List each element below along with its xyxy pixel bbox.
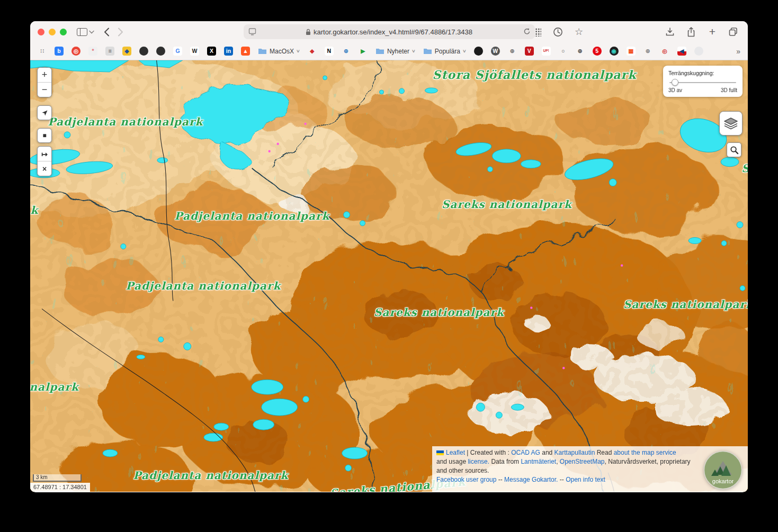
bookmark-folder-label: Nyheter — [387, 48, 409, 55]
globe-grid-icon[interactable]: ⊕ — [576, 47, 585, 56]
attribution-text: and usage — [436, 458, 468, 465]
globe-icon[interactable]: ⊕ — [508, 47, 517, 56]
forward-button[interactable] — [113, 25, 127, 39]
bookmarks-folder-macosx[interactable]: MacOsX∨ — [258, 48, 300, 55]
page-icon — [248, 28, 256, 37]
attribution-link[interactable]: Lantmäteriet — [521, 458, 556, 465]
bookmarks-bar: ∷b◎*≡◆GWXin▲MacOsX∨◆N⊕▶Nyheter∨Populära∨… — [30, 42, 748, 60]
wordpress-icon[interactable]: W — [491, 47, 500, 56]
location-arrow-icon — [41, 109, 49, 117]
back-button[interactable] — [100, 25, 113, 39]
map-search-button[interactable] — [727, 142, 741, 157]
bookmarks-overflow-chevron[interactable]: » — [736, 47, 740, 56]
close-control-button[interactable]: × — [38, 161, 51, 176]
attribution-link[interactable]: Leaflet — [446, 449, 465, 456]
url-bar[interactable]: kartor.gokartor.se/index_v4.html#9/67.48… — [244, 24, 535, 39]
attribution-link[interactable]: OpenStreetMap — [560, 458, 605, 465]
eye-app-icon[interactable]: ◉ — [610, 47, 619, 56]
password-app-icon[interactable]: ◆ — [122, 47, 131, 56]
search-bookmark-icon[interactable]: ○ — [559, 47, 568, 56]
up-icon[interactable]: UP! — [542, 47, 551, 56]
desktop-background: kartor.gokartor.se/index_v4.html#9/67.48… — [0, 0, 778, 532]
attribution-text: -- — [496, 476, 504, 483]
globe-icon[interactable]: ⊕ — [643, 47, 652, 56]
attribution-line: and usage license. Data from Lantmäterie… — [436, 457, 744, 466]
google-icon[interactable]: G — [173, 47, 182, 56]
x-icon[interactable]: X — [207, 47, 216, 56]
bookmark-star-icon[interactable]: ☆ — [572, 25, 586, 39]
attribution-text: Created with : — [470, 449, 511, 456]
slider-thumb[interactable] — [672, 79, 678, 86]
layers-button[interactable] — [719, 111, 743, 136]
expand-arrow-button[interactable]: ↦ — [38, 147, 51, 161]
bookmarks-folder-populara[interactable]: Populära∨ — [423, 48, 466, 55]
toolbar-right-group: ☆ + — [530, 24, 740, 39]
pan-close-control: ↦ × — [37, 146, 52, 176]
apps-grid-icon[interactable]: ∷ — [38, 47, 47, 56]
utility-app-icon[interactable]: ≡ — [105, 47, 114, 56]
new-tab-button[interactable]: + — [705, 24, 719, 39]
apple-icon[interactable] — [156, 47, 165, 56]
red-diamond-icon[interactable]: ◆ — [308, 47, 317, 56]
linkedin-icon[interactable]: in — [224, 47, 233, 56]
minimize-window-button[interactable] — [49, 29, 56, 35]
attribution-link[interactable]: OCAD AG — [511, 449, 540, 456]
attribution-link[interactable]: license. — [468, 458, 489, 465]
video-app-icon[interactable]: b — [55, 47, 64, 56]
url-text: kartor.gokartor.se/index_v4.html#9/67.48… — [314, 28, 472, 36]
ukraine-flag-icon — [436, 450, 444, 455]
lock-icon — [306, 29, 311, 35]
globe-icon[interactable]: ⊕ — [342, 47, 351, 56]
fullscreen-window-button[interactable] — [60, 29, 67, 35]
download-icon[interactable] — [663, 25, 677, 39]
tab-overview-icon[interactable] — [727, 25, 740, 39]
gokartor-logo[interactable]: gokartor — [703, 450, 743, 490]
tv-app-icon[interactable]: 5 — [593, 47, 602, 56]
flag-icon[interactable]: ◀ — [677, 47, 686, 56]
apple-icon[interactable] — [139, 47, 148, 56]
opera-icon[interactable]: ◎ — [660, 47, 669, 56]
play-icon[interactable]: ▶ — [359, 47, 368, 56]
bookmark-folder-label: Populära — [435, 48, 460, 55]
attribution-link[interactable]: Message Gokartor. — [504, 476, 558, 483]
gokartor-logo-text: gokartor — [712, 478, 734, 484]
zoom-in-button[interactable]: + — [38, 68, 51, 82]
v-app-icon[interactable]: V — [525, 47, 534, 56]
sidebar-toggle-button[interactable] — [75, 25, 89, 39]
office-app-icon[interactable]: ▦ — [627, 47, 636, 56]
cat-icon[interactable] — [474, 47, 483, 56]
search-icon — [730, 146, 739, 155]
zoom-out-button[interactable]: − — [38, 82, 51, 97]
bookmark-folder-label: MacOsX — [270, 48, 294, 55]
chevron-down-icon[interactable] — [89, 30, 96, 34]
attribution-link[interactable]: about the map service — [614, 449, 676, 456]
terrain-map-image[interactable] — [30, 60, 748, 492]
map-canvas[interactable]: Stora Sjöfallets nationalparkPadjelanta … — [30, 60, 748, 492]
attribution-link[interactable]: Open info text — [566, 476, 605, 483]
locate-button[interactable] — [37, 105, 52, 120]
reload-button[interactable] — [523, 28, 531, 35]
browser-app-icon[interactable]: ◎ — [71, 47, 81, 56]
stop-button[interactable]: ■ — [37, 128, 52, 143]
chevron-down-icon: ∨ — [412, 49, 416, 53]
photos-app-icon[interactable]: * — [88, 47, 97, 56]
close-window-button[interactable] — [38, 29, 44, 35]
scale-label: 3 km — [36, 474, 48, 480]
nzz-icon[interactable]: N — [325, 47, 334, 56]
bookmarks-folder-nyheter[interactable]: Nyheter∨ — [375, 48, 415, 55]
apple-icon[interactable] — [694, 47, 703, 56]
slider-track — [669, 82, 736, 83]
map-attribution: Leaflet | Created with : OCAD AG and Kar… — [432, 446, 748, 492]
attribution-link[interactable]: Karttapullautin — [555, 449, 595, 456]
bookmarks-items: ∷b◎*≡◆GWXin▲MacOsX∨◆N⊕▶Nyheter∨Populära∨… — [38, 47, 730, 56]
terrain-shading-slider[interactable] — [668, 79, 737, 86]
terrain-panel-title: Terrängskuggning: — [668, 70, 737, 76]
history-clock-icon[interactable] — [551, 25, 565, 39]
wikipedia-icon[interactable]: W — [190, 47, 199, 56]
attribution-link[interactable]: Facebook user group — [436, 476, 496, 483]
chevron-down-icon: ∨ — [462, 49, 467, 53]
news-app-icon[interactable]: ▲ — [241, 47, 250, 56]
attribution-line: Facebook user group -- Message Gokartor.… — [436, 475, 744, 484]
attribution-line: and other sources. — [436, 466, 744, 475]
share-icon[interactable] — [684, 25, 698, 39]
